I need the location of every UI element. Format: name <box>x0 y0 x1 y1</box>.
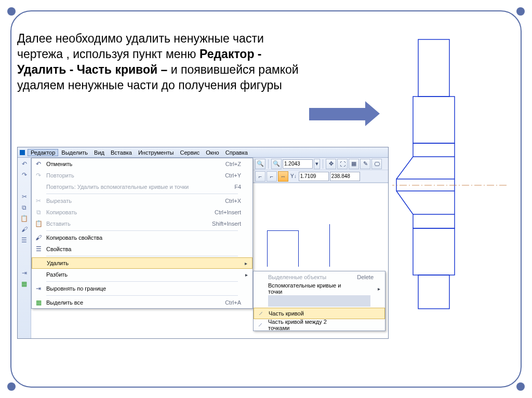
menu-view[interactable]: Вид <box>91 149 108 156</box>
screen-icon[interactable]: 🖵 <box>371 159 382 169</box>
angle-icon[interactable]: ⌐ <box>255 171 265 182</box>
menu-split[interactable]: Разбить▸ <box>32 269 252 280</box>
instruction-text: Далее необходимо удалить ненужные части … <box>17 31 308 93</box>
svg-rect-1 <box>413 97 455 143</box>
app-window: Редактор Выделить Вид Вставка Инструмент… <box>17 147 389 339</box>
separator <box>46 295 238 296</box>
corner-dot <box>7 382 16 391</box>
menu-window[interactable]: Окно <box>203 149 222 156</box>
zoom-input[interactable] <box>283 159 313 169</box>
submenu-aux[interactable]: Вспомогательные кривые и точки▸ <box>254 283 385 294</box>
svg-rect-9 <box>418 275 449 309</box>
menu-insert[interactable]: Вставка <box>108 149 135 156</box>
paste-icon[interactable]: 📋 <box>19 214 30 223</box>
selectall-icon[interactable]: ▦ <box>19 279 30 289</box>
svg-rect-8 <box>413 228 455 275</box>
vertical-toolbar: ↶ ↷ ✂ ⧉ 📋 🖌 ☰ ⇥ ▦ <box>18 158 31 338</box>
coord-input[interactable] <box>330 172 360 181</box>
menu-repeat: Повторить: Удалить вспомогательные кривы… <box>32 181 252 193</box>
redo-icon[interactable]: ↷ <box>19 170 30 180</box>
dimension-icon[interactable]: ↔ <box>278 171 288 182</box>
zoom-out-icon[interactable]: 🔍 <box>271 159 282 169</box>
toolbar: 🔍 🔍 ▾ ✥ ⛶ ▦ ✎ 🖵 ⌐ ⌐ ↔ Y↓ <box>253 158 388 183</box>
menu-service[interactable]: Сервис <box>177 149 203 156</box>
menubar: Редактор Выделить Вид Вставка Инструмент… <box>18 147 388 158</box>
menu-editor[interactable]: Редактор <box>28 149 58 156</box>
menu-cut: ✂ВырезатьCtrl+X <box>32 195 252 207</box>
dropdown-icon[interactable]: ▾ <box>314 159 320 169</box>
undo-icon[interactable]: ↶ <box>19 159 30 169</box>
editor-dropdown: ↶ОтменитьCtrl+Z ↷ПовторитьCtrl+Y Повтори… <box>31 158 253 309</box>
y-input[interactable] <box>299 172 329 181</box>
gap-icon <box>19 181 30 190</box>
corner-dot <box>516 382 525 391</box>
separator <box>268 295 370 307</box>
corner-dot <box>7 7 16 16</box>
fit-icon[interactable]: ⛶ <box>337 159 348 169</box>
menu-paste: 📋ВставитьShift+Insert <box>32 218 252 229</box>
menu-help[interactable]: Справка <box>222 149 251 156</box>
brush-tool-icon[interactable]: ✎ <box>360 159 370 169</box>
gap-icon <box>19 257 30 267</box>
submenu-curvepart2[interactable]: ⟋Часть кривой между 2 точками <box>254 319 385 331</box>
grid-icon[interactable]: ▦ <box>349 159 359 169</box>
cut-icon[interactable]: ✂ <box>19 192 30 201</box>
delete-submenu: Выделенные объектыDelete Вспомогательные… <box>253 271 385 331</box>
separator <box>46 194 238 194</box>
y-label: Y↓ <box>289 173 298 179</box>
menu-selectall[interactable]: ▦Выделить всеCtrl+A <box>32 297 252 308</box>
submenu-curvepart[interactable]: ⟋Часть кривой <box>254 308 385 319</box>
menu-copy: ⧉КопироватьCtrl+Insert <box>32 207 252 218</box>
pan-icon[interactable]: ✥ <box>326 159 336 169</box>
menu-tools[interactable]: Инструменты <box>135 149 177 156</box>
menu-redo: ↷ПовторитьCtrl+Y <box>32 170 252 181</box>
menu-props[interactable]: ☰Свойства <box>32 243 252 255</box>
gap-icon <box>19 246 30 256</box>
svg-rect-0 <box>418 39 449 97</box>
zoom-in-icon[interactable]: 🔍 <box>255 159 265 169</box>
menu-select[interactable]: Выделить <box>58 149 91 156</box>
copy-icon[interactable]: ⧉ <box>19 203 30 212</box>
menu-copyprops[interactable]: 🖌Копировать свойства <box>32 232 252 243</box>
menu-align[interactable]: ⇥Выровнять по границе <box>32 283 252 294</box>
align-icon[interactable]: ⇥ <box>19 268 30 278</box>
separator <box>46 281 238 282</box>
corner-dot <box>516 7 525 16</box>
result-drawing <box>392 36 507 317</box>
brush-icon[interactable]: 🖌 <box>19 225 30 234</box>
menu-undo[interactable]: ↶ОтменитьCtrl+Z <box>32 158 252 170</box>
submenu-selected: Выделенные объектыDelete <box>254 271 385 283</box>
props-icon[interactable]: ☰ <box>19 236 30 245</box>
separator <box>46 230 238 231</box>
app-icon <box>20 150 25 155</box>
menu-delete[interactable]: Удалить▸ <box>32 257 252 269</box>
bracket-icon[interactable]: ⌐ <box>267 171 277 182</box>
separator <box>46 256 238 256</box>
